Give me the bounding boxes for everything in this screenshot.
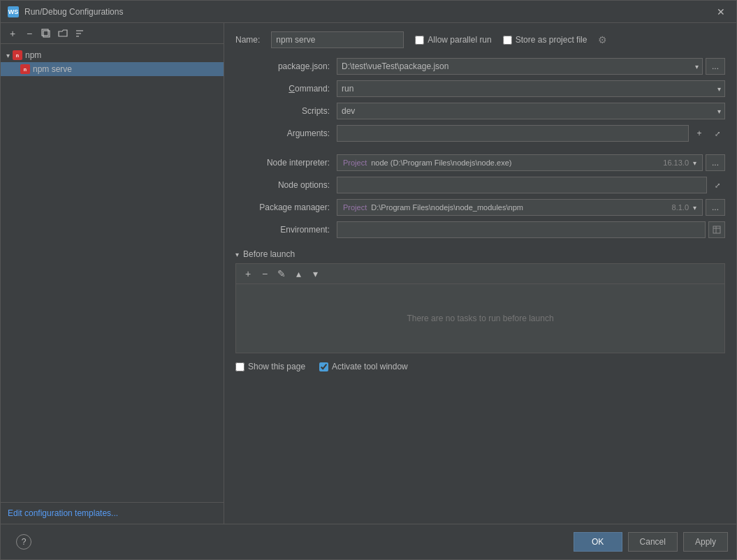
arguments-input-group: + ⤢ — [337, 125, 725, 142]
gear-button[interactable]: ⚙ — [598, 34, 607, 45]
svg-rect-1 — [42, 29, 48, 36]
pkg-project-badge: Project — [343, 203, 367, 212]
left-toolbar: + − — [1, 23, 224, 44]
before-launch-content: There are no tasks to run before launch — [235, 283, 725, 353]
command-label: Command: — [235, 84, 337, 94]
allow-parallel-label: Allow parallel run — [428, 35, 491, 45]
allow-parallel-input[interactable] — [415, 36, 424, 45]
before-launch-label: Before launch — [243, 249, 295, 259]
node-project-badge: Project — [343, 159, 367, 167]
activate-tool-window-input[interactable] — [319, 362, 328, 371]
add-config-button[interactable]: + — [5, 26, 20, 41]
title-bar-left: WS Run/Debug Configurations — [8, 6, 123, 17]
edit-templates-link[interactable]: Edit configuration templates... — [8, 508, 118, 518]
left-panel: + − — [1, 23, 224, 524]
environment-table-button[interactable] — [708, 221, 725, 238]
arguments-input[interactable] — [337, 125, 689, 142]
tree-item-npm-serve[interactable]: n npm serve — [1, 62, 224, 76]
command-select[interactable]: run install test build — [337, 80, 725, 97]
package-json-browse-button[interactable]: ... — [706, 58, 725, 75]
show-this-page-checkbox[interactable]: Show this page — [235, 362, 305, 371]
scripts-row: Scripts: dev build serve test — [235, 103, 725, 119]
svg-rect-0 — [43, 31, 50, 37]
main-content: + − — [1, 23, 736, 524]
package-manager-row: Package manager: Project D:\Program File… — [235, 199, 725, 216]
expand-arrow: ▾ — [6, 52, 10, 59]
close-button[interactable]: ✕ — [713, 5, 729, 19]
before-launch-edit-button[interactable]: ✎ — [274, 266, 289, 281]
before-launch-toolbar: + − ✎ ▴ ▾ — [235, 263, 725, 283]
cancel-button[interactable]: Cancel — [628, 532, 678, 552]
npm-serve-icon: n — [20, 64, 30, 74]
scripts-wrapper: dev build serve test — [337, 103, 725, 119]
name-row: Name: Allow parallel run Store as projec… — [235, 31, 725, 48]
package-json-select[interactable]: D:\test\vueTest\package.json — [337, 58, 703, 75]
node-interpreter-arrow: ▾ — [693, 159, 696, 167]
tree-item-npm[interactable]: ▾ n npm — [1, 48, 224, 62]
node-interpreter-label: Node interpreter: — [235, 158, 337, 168]
node-options-row: Node options: ⤢ — [235, 177, 725, 193]
run-debug-dialog: WS Run/Debug Configurations ✕ + − — [0, 0, 737, 560]
allow-parallel-checkbox[interactable]: Allow parallel run — [415, 35, 491, 45]
node-interpreter-browse-button[interactable]: ... — [706, 154, 725, 171]
node-options-label: Node options: — [235, 180, 337, 190]
arguments-row: Arguments: + ⤢ — [235, 125, 725, 142]
arguments-expand-button[interactable]: ⤢ — [710, 126, 725, 141]
copy-config-button[interactable] — [38, 26, 54, 41]
scripts-label: Scripts: — [235, 106, 337, 116]
pkg-path: D:\Program Files\nodejs\node_modules\npm — [371, 203, 523, 212]
package-manager-field[interactable]: Project D:\Program Files\nodejs\node_mod… — [337, 199, 703, 216]
footer-left: ? — [9, 530, 38, 554]
title-bar: WS Run/Debug Configurations ✕ — [1, 1, 736, 23]
command-label-text: Command: — [289, 84, 330, 94]
before-launch-empty-text: There are no tasks to run before launch — [407, 314, 553, 323]
package-json-input-group: D:\test\vueTest\package.json ... — [337, 58, 725, 75]
environment-input[interactable] — [337, 221, 706, 238]
package-json-label: package.json: — [235, 61, 337, 71]
tree-child-label: npm serve — [33, 64, 72, 74]
name-input[interactable] — [271, 31, 404, 48]
apply-button[interactable]: Apply — [683, 532, 728, 552]
svg-rect-5 — [713, 226, 720, 233]
pkg-version: 8.1.0 — [672, 203, 689, 212]
left-footer: Edit configuration templates... — [1, 502, 224, 524]
package-manager-browse-button[interactable]: ... — [706, 199, 725, 216]
arguments-add-button[interactable]: + — [692, 126, 707, 141]
node-interpreter-field[interactable]: Project node (D:\Program Files\nodejs\no… — [337, 154, 703, 171]
activate-tool-window-checkbox[interactable]: Activate tool window — [319, 362, 408, 371]
environment-input-group — [337, 221, 725, 238]
before-launch-down-button[interactable]: ▾ — [307, 266, 323, 281]
dialog-footer: ? OK Cancel Apply — [1, 524, 736, 559]
node-options-expand-button[interactable]: ⤢ — [710, 177, 725, 193]
node-options-input[interactable] — [337, 177, 707, 193]
show-this-page-input[interactable] — [235, 362, 245, 371]
config-tree: ▾ n npm n npm serve — [1, 44, 224, 502]
bottom-checkboxes: Show this page Activate tool window — [235, 362, 725, 371]
before-launch-add-button[interactable]: + — [240, 266, 256, 281]
before-launch-section: ▾ Before launch + − ✎ ▴ ▾ There are no t… — [235, 249, 725, 353]
copy-icon — [41, 29, 51, 38]
sort-config-button[interactable] — [72, 26, 87, 41]
before-launch-up-button[interactable]: ▴ — [291, 266, 306, 281]
store-as-project-label: Store as project file — [516, 35, 588, 45]
help-button[interactable]: ? — [16, 534, 31, 550]
node-interpreter-input-group: Project node (D:\Program Files\nodejs\no… — [337, 154, 725, 171]
store-as-project-checkbox[interactable]: Store as project file — [503, 35, 588, 45]
node-interpreter-row: Node interpreter: Project node (D:\Progr… — [235, 154, 725, 171]
footer-buttons: OK Cancel Apply — [574, 532, 728, 552]
scripts-select[interactable]: dev build serve test — [337, 103, 725, 119]
remove-config-button[interactable]: − — [22, 26, 37, 41]
store-as-project-input[interactable] — [503, 36, 512, 45]
environment-label: Environment: — [235, 225, 337, 235]
activate-tool-window-label: Activate tool window — [332, 362, 408, 371]
command-wrapper: run install test build — [337, 80, 725, 97]
arguments-label: Arguments: — [235, 128, 337, 138]
npm-group: ▾ n npm n npm serve — [1, 47, 224, 78]
folder-config-button[interactable] — [55, 26, 71, 41]
environment-row: Environment: — [235, 221, 725, 238]
before-launch-remove-button[interactable]: − — [257, 266, 272, 281]
ok-button[interactable]: OK — [574, 532, 622, 552]
before-launch-collapse-arrow[interactable]: ▾ — [235, 251, 239, 258]
package-manager-input-group: Project D:\Program Files\nodejs\node_mod… — [337, 199, 725, 216]
package-json-wrapper: D:\test\vueTest\package.json — [337, 58, 703, 75]
